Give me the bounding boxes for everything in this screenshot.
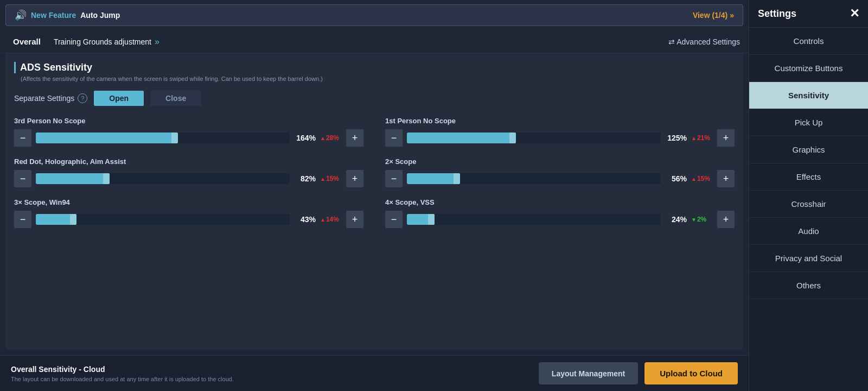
increase-btn-2[interactable]: + <box>346 170 363 187</box>
slider-track-1[interactable] <box>407 133 661 143</box>
cloud-description: The layout can be downloaded and used at… <box>11 376 234 382</box>
decrease-btn-0[interactable]: − <box>14 129 31 147</box>
slider-track-3[interactable] <box>407 173 661 184</box>
ads-section-desc: (Affects the sensitivity of the camera w… <box>14 75 735 82</box>
slider-thumb-1 <box>509 133 516 143</box>
new-feature-label: New Feature <box>31 11 76 20</box>
separate-label: Separate Settings ? <box>14 93 87 103</box>
cloud-title: Overall Sensitivity - Cloud <box>11 365 234 374</box>
slider-thumb-3 <box>454 173 460 184</box>
decrease-btn-1[interactable]: − <box>385 129 403 147</box>
help-icon[interactable]: ? <box>78 93 87 103</box>
training-label: Training Grounds adjustment <box>54 37 151 46</box>
sidebar-item-crosshair[interactable]: Crosshair <box>749 191 868 218</box>
sens-value-3: 56% <box>665 174 687 183</box>
main-content: 🔊 New Feature Auto Jump View (1/4) » Ove… <box>0 0 749 391</box>
decrease-btn-4[interactable]: − <box>14 211 31 228</box>
others-label: Others <box>796 281 821 290</box>
settings-panel: ADS Sensitivity (Affects the sensitivity… <box>5 53 743 350</box>
increase-btn-4[interactable]: + <box>346 211 363 228</box>
sidebar-item-graphics[interactable]: Graphics <box>749 136 868 163</box>
arrow-down-5: ▼ <box>691 217 697 223</box>
sens-value-0: 164% <box>294 134 316 142</box>
right-sidebar: Settings ✕ Controls Customize Buttons Se… <box>749 0 868 391</box>
close-button[interactable]: ✕ <box>850 7 859 21</box>
slider-track-0[interactable] <box>36 133 290 143</box>
slider-thumb-5 <box>428 214 435 225</box>
sidebar-item-others[interactable]: Others <box>749 272 868 299</box>
sens-control-4: − 43% ▲14% + <box>14 211 363 228</box>
increase-btn-0[interactable]: + <box>346 129 363 147</box>
sens-label-4: 3× Scope, Win94 <box>14 198 363 206</box>
sidebar-item-sensitivity[interactable]: Sensitivity <box>749 82 868 109</box>
layout-management-button[interactable]: Layout Management <box>539 362 638 384</box>
audio-label: Audio <box>798 226 819 236</box>
upload-cloud-button[interactable]: Upload to Cloud <box>644 362 738 384</box>
close-toggle-button[interactable]: Close <box>150 91 201 106</box>
slider-thumb-0 <box>171 133 178 143</box>
decrease-btn-2[interactable]: − <box>14 170 31 187</box>
sens-value-5: 24% <box>665 215 687 224</box>
separate-settings-row: Separate Settings ? Open Close <box>14 91 735 106</box>
slider-track-5[interactable] <box>407 214 661 225</box>
view-label: View (1/4) <box>693 11 727 20</box>
training-arrow: » <box>155 37 159 47</box>
arrow-up-2: ▲ <box>320 176 326 182</box>
sens-control-0: − 164% ▲28% + <box>14 129 363 147</box>
slider-fill-0 <box>36 133 175 143</box>
speaker-icon: 🔊 <box>15 9 27 21</box>
nav-tabs: Overall Training Grounds adjustment » ⇄ … <box>0 30 749 53</box>
arrow-up-4: ▲ <box>320 217 326 223</box>
sidebar-item-effects[interactable]: Effects <box>749 163 868 191</box>
privacy-label: Privacy and Social <box>775 254 842 263</box>
sensitivity-label: Sensitivity <box>788 91 829 100</box>
sidebar-item-privacy[interactable]: Privacy and Social <box>749 245 868 272</box>
sidebar-item-controls[interactable]: Controls <box>749 28 868 55</box>
decrease-btn-3[interactable]: − <box>385 170 403 187</box>
top-banner: 🔊 New Feature Auto Jump View (1/4) » <box>5 4 743 26</box>
sens-item-1: 1st Person No Scope − 125% ▲21% + <box>385 117 735 147</box>
slider-fill-1 <box>407 133 514 143</box>
overall-tab[interactable]: Overall <box>9 35 45 48</box>
sidebar-item-pickup[interactable]: Pick Up <box>749 109 868 136</box>
sidebar-item-customize[interactable]: Customize Buttons <box>749 55 868 82</box>
slider-fill-4 <box>36 214 74 225</box>
sens-control-3: − 56% ▲15% + <box>385 170 735 187</box>
increase-btn-5[interactable]: + <box>717 211 735 228</box>
bottom-info: Overall Sensitivity - Cloud The layout c… <box>11 365 234 382</box>
sens-value-1: 125% <box>665 134 687 142</box>
decrease-btn-5[interactable]: − <box>385 211 403 228</box>
increase-btn-3[interactable]: + <box>717 170 735 187</box>
sensitivity-grid: 3rd Person No Scope − 164% ▲28% + 1st Pe <box>14 117 735 228</box>
arrow-up-1: ▲ <box>691 135 697 141</box>
arrow-up-3: ▲ <box>691 176 697 182</box>
sens-value-4: 43% <box>294 215 316 224</box>
sens-label-2: Red Dot, Holographic, Aim Assist <box>14 157 363 166</box>
arrow-up-0: ▲ <box>320 135 326 141</box>
view-button[interactable]: View (1/4) » <box>693 11 734 20</box>
training-tab[interactable]: Training Grounds adjustment » <box>54 37 159 47</box>
sens-change-2: ▲15% <box>320 175 342 182</box>
sens-label-3: 2× Scope <box>385 157 735 166</box>
advanced-settings-button[interactable]: ⇄ Advanced Settings <box>668 37 740 46</box>
effects-label: Effects <box>796 172 821 181</box>
sens-item-2: Red Dot, Holographic, Aim Assist − 82% ▲… <box>14 157 363 187</box>
banner-left: 🔊 New Feature Auto Jump <box>15 9 120 21</box>
separate-label-text: Separate Settings <box>14 94 74 103</box>
ads-section-title: ADS Sensitivity <box>14 62 735 73</box>
sens-change-4: ▲14% <box>320 216 342 223</box>
slider-thumb-2 <box>103 173 110 184</box>
slider-fill-3 <box>407 173 458 184</box>
banner-title: Auto Jump <box>80 11 120 20</box>
open-toggle-button[interactable]: Open <box>94 91 144 106</box>
sens-item-3: 2× Scope − 56% ▲15% + <box>385 157 735 187</box>
slider-thumb-4 <box>70 214 76 225</box>
sidebar-item-audio[interactable]: Audio <box>749 218 868 245</box>
sens-control-1: − 125% ▲21% + <box>385 129 735 147</box>
sidebar-header: Settings ✕ <box>749 0 868 28</box>
sens-item-4: 3× Scope, Win94 − 43% ▲14% + <box>14 198 363 228</box>
increase-btn-1[interactable]: + <box>717 129 735 147</box>
slider-track-2[interactable] <box>36 173 290 184</box>
slider-track-4[interactable] <box>36 214 290 225</box>
sidebar-title: Settings <box>758 8 796 20</box>
